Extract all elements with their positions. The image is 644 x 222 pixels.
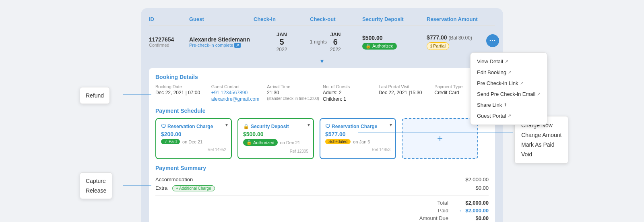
total-section: Total $2,000.00 Paid ← $2,000.00 Amount …: [155, 199, 489, 222]
share-icon-sm: ⬆: [504, 102, 507, 108]
card3-date: on Jan 6: [353, 139, 370, 144]
booking-row: 11727654 Confirmed Alexandre Stiedemann …: [149, 27, 495, 56]
checkout-year: 2022: [330, 47, 341, 52]
share-link-label: Share Link: [477, 102, 502, 108]
mark-as-paid-item[interactable]: Mark As Paid: [521, 140, 561, 149]
col-id: ID: [149, 16, 189, 22]
col-checkout: Check-out: [310, 16, 362, 22]
pre-checkin-link-label: Pre Check-in Link: [477, 80, 518, 86]
additional-charge-badge[interactable]: + Additional Charge: [172, 185, 215, 191]
accommodation-value: $2,000.00: [465, 176, 489, 183]
authorized-badge-2: 🔒 Authorized: [243, 139, 278, 146]
card2-amount: $500.00: [243, 131, 308, 137]
last-visit-label: Last Portal Visit: [379, 84, 433, 89]
capture-item[interactable]: Capture: [86, 176, 106, 186]
guest-email: alexandre@gmail.com: [211, 96, 266, 102]
amount-due-row: Amount Due $0.00: [155, 214, 489, 222]
booking-detail-grid: Booking Date Dec 22, 2021 | 07:00 Guest …: [155, 84, 489, 102]
card2-dropdown-icon[interactable]: ▾: [308, 122, 310, 128]
pre-checkin-link-item[interactable]: Pre Check-in Link ↗: [471, 78, 547, 89]
security-cell: $500.00 🔒 Authorized: [362, 35, 427, 50]
total-row: Total $2,000.00: [155, 199, 489, 207]
guests-cell: No. of Guests Adults: 2 Children: 1: [323, 84, 377, 102]
shield-icon-1: 🛡: [161, 124, 166, 129]
pre-checkin-status: Pre-check-in complete ↗: [189, 43, 254, 48]
share-icon[interactable]: ↗: [234, 43, 241, 48]
summary-rows: Accommodation $2,000.00 Extra + Addition…: [155, 175, 489, 192]
external-link-icon-3: ↗: [520, 81, 524, 86]
card1-ref: Ref 14952: [161, 147, 226, 152]
reservation-amount: $777.00: [427, 34, 447, 41]
scheduled-badge: Scheduled: [325, 139, 351, 144]
booking-details-section: Booking Details Booking Date Dec 22, 202…: [149, 68, 495, 222]
payment-card-1: ▾ 🛡 Reservation Charge $200.00 ✓ Paid on…: [155, 118, 232, 159]
paid-badge-1: ✓ Paid: [161, 139, 180, 144]
arrival-time-value: 21:30: [267, 90, 321, 95]
card1-date: on Dec 21: [182, 139, 202, 144]
more-options-button[interactable]: ···: [486, 34, 499, 47]
main-booking-card: ID Guest Check-in Check-out Security Dep…: [141, 8, 503, 222]
external-link-icon-2: ↗: [508, 70, 512, 75]
booking-date-label: Booking Date: [155, 84, 210, 89]
checkin-year: 2022: [254, 47, 310, 52]
total-value: $2,000.00: [456, 200, 489, 206]
edit-booking-label: Edit Booking: [477, 69, 506, 75]
refund-item[interactable]: Refund: [86, 91, 104, 100]
amount-due-label: Amount Due: [419, 215, 448, 221]
guest-portal-item[interactable]: Guest Portal ↗: [471, 110, 547, 121]
send-pre-checkin-item[interactable]: Send Pre Check-in Email ↗: [471, 89, 547, 100]
arrival-note: (stander check-in time:12:00): [267, 96, 321, 101]
release-item[interactable]: Release: [86, 186, 106, 195]
checkin-month: JAN: [254, 31, 310, 37]
booking-date-value: Dec 22, 2021 | 07:00: [155, 90, 210, 95]
card3-status-row: Scheduled on Jan 6: [325, 139, 390, 144]
extra-label-group: Extra + Additional Charge: [155, 185, 215, 191]
checkin-cell: JAN 5 2022: [254, 31, 310, 52]
col-reservation: Reservation Amount: [427, 16, 499, 22]
payment-schedule-section: Payment Schedule ▾ 🛡 Reservation Charge …: [155, 108, 489, 159]
plus-icon: +: [437, 133, 443, 144]
void-item[interactable]: Void: [521, 149, 561, 159]
bal-text: (Bal $0.00): [448, 35, 472, 41]
last-visit-cell: Last Portal Visit Dec 22, 2021 |15:30: [379, 84, 433, 102]
last-visit-value: Dec 22, 2021 |15:30: [379, 90, 433, 95]
guest-contact-label: Guest Contact: [211, 84, 266, 89]
card3-title: 🛡 Reservation Charge: [325, 124, 390, 129]
total-label: Total: [438, 200, 448, 206]
check-icon-1: ✓: [164, 139, 167, 144]
card1-dropdown-icon[interactable]: ▾: [225, 122, 228, 128]
nights: 1 nights: [310, 39, 327, 45]
adults-value: Adults: 2: [323, 90, 377, 95]
shield-icon-3: 🛡: [325, 124, 330, 129]
guests-label: No. of Guests: [323, 84, 377, 89]
accommodation-row: Accommodation $2,000.00: [155, 175, 489, 184]
payment-cards-container: ▾ 🛡 Reservation Charge $200.00 ✓ Paid on…: [155, 118, 489, 159]
edit-booking-item[interactable]: Edit Booking ↗: [471, 67, 547, 78]
send-pre-checkin-label: Send Pre Check-in Email: [477, 91, 535, 97]
card1-title: 🛡 Reservation Charge: [161, 124, 226, 129]
card3-amount: $577.00: [325, 131, 390, 137]
share-link-item[interactable]: Share Link ⬆: [471, 100, 547, 110]
arrival-time-cell: Arrival Time 21:30 (stander check-in tim…: [267, 84, 321, 102]
accommodation-label: Accommodation: [155, 176, 193, 183]
external-link-icon-5: ↗: [508, 113, 511, 118]
guest-contact-cell: Guest Contact +91 1234567890 alexandre@g…: [211, 84, 266, 102]
change-amount-item[interactable]: Change Amount: [521, 130, 561, 140]
partial-badge: ℹ Partial: [427, 42, 449, 50]
paid-row: Paid ← $2,000.00: [155, 207, 489, 214]
view-detail-item[interactable]: View Detail ↗: [471, 56, 547, 67]
view-detail-label: View Detail: [477, 58, 503, 64]
refund-tooltip: Refund: [80, 87, 110, 104]
payment-schedule-title: Payment Schedule: [155, 108, 489, 114]
paid-value: ← $2,000.00: [456, 207, 489, 214]
card3-dropdown-icon[interactable]: ▾: [390, 122, 392, 128]
col-checkin: Check-in: [254, 16, 310, 22]
expand-chevron[interactable]: ▾: [149, 57, 495, 65]
card3-ref: Ref 14953: [325, 147, 390, 152]
add-payment-card[interactable]: +: [402, 118, 478, 159]
card2-status-row: 🔒 Authorized on Dec 21: [243, 139, 308, 146]
security-amount: $500.00: [362, 35, 427, 41]
payment-summary-section: Payment Summary Accommodation $2,000.00 …: [155, 165, 489, 222]
more-options-menu: View Detail ↗ Edit Booking ↗ Pre Check-i…: [470, 52, 547, 125]
lock-icon-2: 🔒: [243, 124, 249, 129]
